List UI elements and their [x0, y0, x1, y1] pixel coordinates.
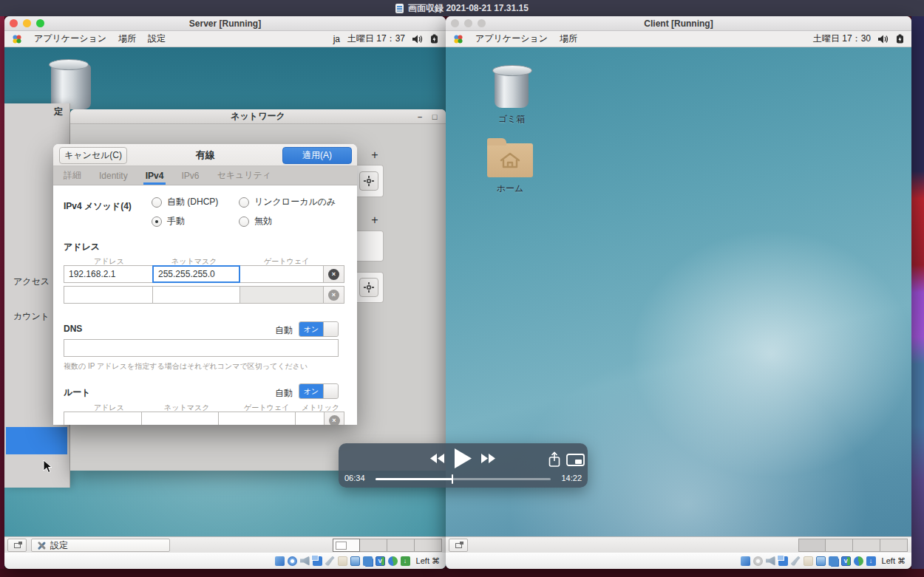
display-icon[interactable]	[816, 556, 826, 566]
rewind-icon[interactable]	[430, 454, 445, 463]
route-netmask-input[interactable]	[141, 412, 219, 425]
timeline-scrubber[interactable]	[376, 478, 551, 480]
workspace-2[interactable]	[360, 539, 387, 552]
optical-disk-icon[interactable]	[753, 556, 763, 566]
sidebar-selected-item[interactable]	[6, 427, 67, 454]
window-maximize-icon[interactable]	[429, 112, 440, 122]
network-window-titlebar[interactable]: ネットワーク	[70, 109, 446, 124]
sidebar-item-account[interactable]: カウント	[13, 310, 50, 323]
usb-icon[interactable]	[791, 556, 801, 566]
taskbar-item-settings[interactable]: 設定	[31, 539, 170, 552]
radio-auto-dhcp[interactable]: 自動 (DHCP)	[152, 196, 218, 208]
home-folder-icon[interactable]: ホーム	[477, 143, 543, 195]
close-button[interactable]	[10, 19, 18, 27]
menu-places[interactable]: 場所	[118, 33, 136, 45]
netmask-input-row2[interactable]	[152, 286, 240, 304]
radio-manual[interactable]: 手動	[152, 215, 185, 228]
address-input-row1[interactable]	[64, 265, 153, 283]
workspace-1[interactable]	[798, 539, 826, 552]
delete-address-row1-button[interactable]	[323, 265, 344, 283]
shared-folders-icon[interactable]	[338, 556, 347, 566]
workspace-2[interactable]	[826, 539, 853, 552]
route-address-input[interactable]	[64, 412, 142, 425]
network-adapter-icon[interactable]	[313, 556, 322, 566]
menu-applications[interactable]: アプリケーション	[475, 33, 548, 45]
apply-button[interactable]: 適用(A)	[282, 147, 352, 164]
workspace-4[interactable]	[415, 539, 442, 552]
gear-button[interactable]	[359, 171, 378, 191]
netmask-input-row1[interactable]	[152, 265, 240, 283]
zoom-button[interactable]	[478, 19, 486, 27]
minimize-button[interactable]	[464, 19, 472, 27]
show-desktop-button[interactable]	[7, 539, 27, 552]
menu-applications[interactable]: アプリケーション	[34, 33, 106, 45]
workspace-1[interactable]	[333, 539, 360, 552]
add-connection-icon[interactable]	[367, 148, 382, 163]
vm-features-icon[interactable]	[841, 556, 851, 566]
picture-in-picture-icon[interactable]	[566, 454, 585, 466]
hard-disk-icon[interactable]	[741, 556, 750, 566]
keyboard-layout-indicator[interactable]: ja	[333, 34, 340, 44]
address-input-row2[interactable]	[64, 286, 153, 304]
battery-icon[interactable]	[430, 34, 438, 44]
gateway-input-row1[interactable]	[240, 265, 324, 283]
mouse-integration-icon[interactable]	[854, 556, 863, 566]
fast-forward-icon[interactable]	[481, 454, 496, 463]
keyboard-capture-icon[interactable]	[401, 556, 410, 566]
menu-places[interactable]: 場所	[560, 33, 577, 45]
routes-auto-toggle[interactable]: オン	[299, 383, 339, 399]
trash-icon[interactable]: ゴミ箱	[478, 69, 545, 126]
window-minimize-icon[interactable]	[415, 112, 425, 122]
recording-icon[interactable]	[829, 556, 838, 566]
gateway-input-row2[interactable]	[240, 286, 324, 304]
delete-address-row2-button[interactable]	[323, 286, 344, 304]
close-button[interactable]	[451, 19, 459, 27]
route-gateway-input[interactable]	[218, 412, 296, 425]
clock[interactable]: 土曜日 17：37	[347, 33, 405, 45]
share-icon[interactable]	[548, 451, 561, 468]
audio-icon[interactable]	[300, 556, 310, 566]
zoom-button[interactable]	[36, 19, 44, 27]
route-metric-input[interactable]	[295, 412, 325, 425]
workspace-4[interactable]	[880, 539, 908, 552]
playhead-marker[interactable]	[452, 474, 453, 484]
server-titlebar[interactable]: Server [Running]	[4, 16, 446, 31]
volume-icon[interactable]	[412, 35, 423, 44]
tab-ipv6[interactable]: IPv6	[181, 166, 199, 185]
tab-details[interactable]: 詳細	[64, 166, 81, 185]
sidebar-item-access[interactable]: アクセス	[13, 276, 50, 288]
mouse-integration-icon[interactable]	[388, 556, 398, 566]
vm-features-icon[interactable]	[376, 556, 385, 566]
play-icon[interactable]	[455, 448, 472, 468]
keyboard-capture-icon[interactable]	[866, 556, 876, 566]
usb-icon[interactable]	[325, 556, 335, 566]
dns-input[interactable]	[64, 339, 339, 357]
workspace-3[interactable]	[387, 539, 415, 552]
display-icon[interactable]	[350, 556, 360, 566]
delete-route-button[interactable]	[324, 412, 344, 425]
gear-button[interactable]	[359, 278, 378, 297]
menu-settings[interactable]: 設定	[148, 33, 166, 45]
trash-icon[interactable]	[51, 64, 91, 109]
battery-icon[interactable]	[896, 34, 904, 44]
tab-security[interactable]: セキュリティ	[217, 166, 271, 185]
optical-disk-icon[interactable]	[288, 556, 297, 566]
dns-auto-toggle[interactable]: オン	[299, 321, 339, 337]
network-adapter-icon[interactable]	[778, 556, 788, 566]
recording-icon[interactable]	[363, 556, 373, 566]
radio-disabled[interactable]: 無効	[239, 215, 272, 228]
volume-icon[interactable]	[878, 35, 889, 44]
audio-icon[interactable]	[766, 556, 775, 566]
clock[interactable]: 土曜日 17：30	[813, 33, 871, 45]
hard-disk-icon[interactable]	[275, 556, 285, 566]
shared-folders-icon[interactable]	[804, 556, 813, 566]
workspace-3[interactable]	[853, 539, 880, 552]
show-desktop-button[interactable]	[449, 539, 468, 552]
minimize-button[interactable]	[23, 19, 31, 27]
add-vpn-icon[interactable]	[367, 213, 382, 228]
radio-link-local[interactable]: リンクローカルのみ	[239, 196, 336, 208]
tab-ipv4[interactable]: IPv4	[146, 166, 164, 185]
client-titlebar[interactable]: Client [Running]	[446, 16, 911, 31]
cancel-button[interactable]: キャンセル(C)	[59, 147, 127, 164]
tab-identity[interactable]: Identity	[99, 166, 128, 185]
